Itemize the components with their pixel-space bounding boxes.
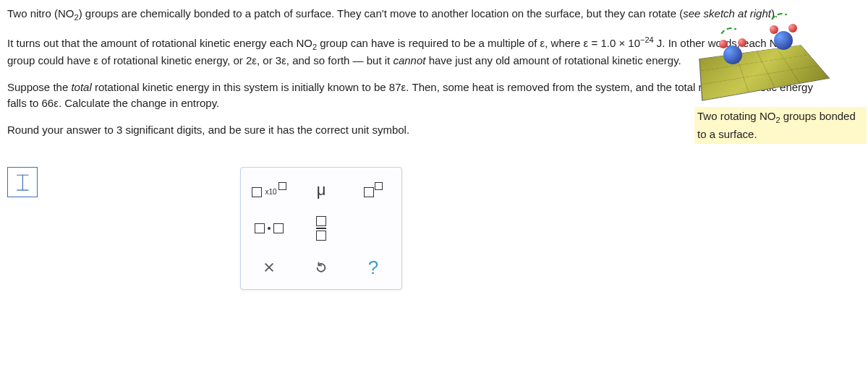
cursor-icon: ⌶ bbox=[17, 167, 29, 197]
palette-empty bbox=[349, 211, 397, 246]
no2-molecule bbox=[774, 31, 793, 50]
palette-superscript[interactable] bbox=[349, 172, 397, 207]
palette-fraction[interactable] bbox=[297, 211, 345, 246]
text: groups are chemically bonded to a patch … bbox=[82, 7, 684, 20]
palette-multiply-boxes[interactable] bbox=[245, 211, 293, 246]
symbol-palette: x10 μ ? bbox=[240, 167, 402, 290]
question-icon: ? bbox=[368, 254, 378, 282]
palette-scientific-notation[interactable]: x10 bbox=[245, 172, 293, 207]
palette-mu[interactable]: μ bbox=[297, 172, 345, 207]
text: Suppose the bbox=[7, 81, 71, 93]
palette-clear-button[interactable] bbox=[245, 250, 293, 285]
cannot: cannot bbox=[393, 54, 425, 66]
text: have just any old amount of rotational k… bbox=[425, 54, 681, 66]
answer-input[interactable]: ⌶ bbox=[7, 167, 38, 197]
sketch-caption: Two rotating NO2 groups bonded to a surf… bbox=[694, 107, 867, 144]
no2: NO bbox=[296, 37, 312, 49]
surface-plane bbox=[699, 45, 830, 100]
x-icon bbox=[263, 261, 276, 274]
text: It turns out that the amount of rotation… bbox=[7, 37, 296, 49]
text: group can have is required to be a multi… bbox=[317, 37, 640, 49]
text: Two nitro bbox=[7, 7, 54, 20]
molecule-sketch bbox=[694, 6, 825, 107]
palette-help-button[interactable]: ? bbox=[349, 250, 397, 285]
undo-icon bbox=[315, 261, 328, 274]
total: total bbox=[71, 81, 91, 93]
text: rotational kinetic energy in this system… bbox=[7, 81, 813, 110]
text: group could have ε of rotational kinetic… bbox=[7, 54, 393, 66]
formula-open: (NO bbox=[54, 7, 75, 20]
no2-molecule bbox=[723, 46, 742, 64]
exponent: −24 bbox=[640, 35, 654, 44]
palette-reset-button[interactable] bbox=[297, 250, 345, 285]
